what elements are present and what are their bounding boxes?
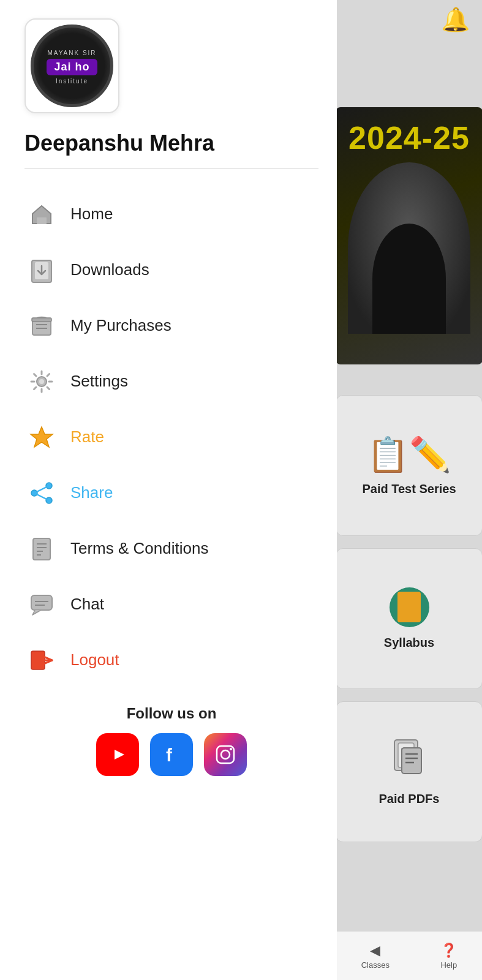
sidebar-item-settings[interactable]: Settings	[24, 353, 318, 409]
banner-card: 2024-25	[336, 107, 482, 364]
share-icon	[24, 476, 58, 510]
my-purchases-label: My Purchases	[70, 316, 171, 335]
paid-pdfs-icon	[390, 737, 429, 785]
svg-point-21	[46, 497, 52, 503]
app-logo: Mayank Sir Jai ho Institute	[24, 18, 119, 113]
downloads-label: Downloads	[70, 260, 149, 279]
svg-rect-29	[31, 595, 52, 610]
banner-year-text: 2024-25	[348, 107, 470, 156]
bell-icon[interactable]: 🔔	[441, 7, 470, 32]
rate-icon	[24, 420, 58, 454]
follow-section: Follow us on f	[24, 705, 318, 776]
svg-rect-9	[37, 217, 47, 224]
syllabus-card[interactable]: Syllabus	[336, 548, 482, 689]
logout-icon	[24, 643, 58, 677]
paid-test-card[interactable]: 📋✏️ Paid Test Series	[336, 395, 482, 536]
terms-icon	[24, 532, 58, 565]
rate-label: Rate	[70, 428, 104, 447]
settings-icon	[24, 364, 58, 398]
sidebar-item-downloads[interactable]: Downloads	[24, 242, 318, 298]
divider	[24, 168, 318, 169]
home-icon	[24, 197, 58, 231]
svg-marker-18	[31, 427, 53, 447]
my-purchases-icon	[24, 309, 58, 342]
social-icons-row: f	[96, 733, 247, 776]
sidebar-item-share[interactable]: Share	[24, 465, 318, 521]
svg-line-23	[37, 494, 47, 499]
sidebar-item-rate[interactable]: Rate	[24, 409, 318, 465]
sidebar-item-terms[interactable]: Terms & Conditions	[24, 521, 318, 576]
logo-name-text: Jai ho	[54, 61, 89, 73]
svg-point-20	[31, 490, 37, 496]
logout-label: Logout	[70, 650, 119, 669]
svg-point-39	[230, 748, 232, 750]
youtube-button[interactable]	[96, 733, 139, 776]
sidebar-item-chat[interactable]: Chat	[24, 576, 318, 632]
classes-icon: ◀	[370, 943, 380, 959]
chat-icon	[24, 587, 58, 621]
svg-rect-24	[33, 538, 50, 560]
user-name: Deepanshu Mehra	[24, 130, 318, 156]
svg-line-22	[37, 487, 47, 492]
help-label: Help	[440, 960, 457, 970]
logo-name-band: Jai ho	[47, 59, 97, 75]
syllabus-icon	[390, 587, 429, 627]
syllabus-label: Syllabus	[384, 635, 434, 650]
logo-circle: Mayank Sir Jai ho Institute	[31, 24, 113, 107]
settings-label: Settings	[70, 372, 128, 391]
svg-point-19	[46, 483, 52, 489]
classes-nav-item[interactable]: ◀ Classes	[361, 943, 390, 970]
chat-label: Chat	[70, 595, 104, 614]
help-nav-item[interactable]: ❓ Help	[440, 943, 457, 970]
sidebar-item-home[interactable]: Home	[24, 186, 318, 242]
notification-area[interactable]: 🔔	[441, 6, 470, 33]
facebook-button[interactable]: f	[150, 733, 193, 776]
logo-top-text: Mayank Sir	[47, 50, 96, 56]
help-icon: ❓	[440, 943, 457, 959]
paid-test-icon: 📋✏️	[367, 435, 451, 475]
banner-person-image	[348, 162, 470, 334]
paid-test-label: Paid Test Series	[362, 481, 456, 497]
bottom-navigation-bar: ◀ Classes ❓ Help	[336, 931, 482, 980]
instagram-button[interactable]	[204, 733, 247, 776]
paid-pdfs-card[interactable]: Paid PDFs	[336, 701, 482, 842]
svg-rect-15	[32, 318, 51, 322]
svg-text:f: f	[166, 745, 173, 765]
sidebar-item-my-purchases[interactable]: My Purchases	[24, 298, 318, 353]
svg-rect-5	[402, 748, 421, 774]
svg-point-17	[39, 379, 44, 384]
share-label: Share	[70, 483, 113, 502]
home-label: Home	[70, 205, 113, 224]
svg-point-38	[221, 750, 230, 759]
sidebar-drawer: Mayank Sir Jai ho Institute Deepanshu Me…	[0, 0, 337, 980]
logo-bottom-text: Institute	[56, 78, 88, 85]
terms-label: Terms & Conditions	[70, 539, 208, 558]
follow-label: Follow us on	[127, 705, 217, 722]
sidebar-item-logout[interactable]: Logout	[24, 632, 318, 688]
paid-pdfs-label: Paid PDFs	[379, 791, 440, 807]
classes-label: Classes	[361, 960, 390, 970]
downloads-icon	[24, 253, 58, 287]
